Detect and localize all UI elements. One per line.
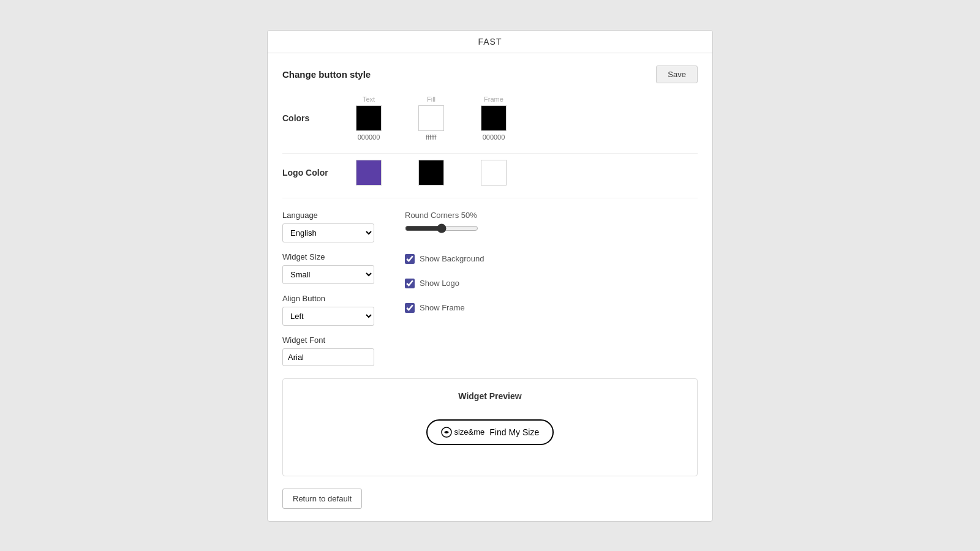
section-title: Change button style [282,69,371,80]
show-frame-item: Show Frame [405,303,484,313]
fill-color-group: Fill ffffff [418,96,444,141]
align-button-select[interactable]: Left Center Right [282,307,374,326]
align-button-label: Align Button [282,294,380,303]
show-frame-checkbox[interactable] [405,303,415,313]
size-me-logo-icon: size&me [441,427,484,438]
frame-color-swatch[interactable] [481,105,507,131]
app-window: FAST Change button style Save Colors Tex… [267,30,713,522]
settings-grid: Language English French German Spanish W… [282,211,698,366]
app-title: FAST [268,31,712,53]
frame-color-group: Frame 000000 [481,96,507,141]
text-color-group: Text 000000 [356,96,382,141]
fill-color-swatch[interactable] [418,105,444,131]
section-header: Change button style Save [282,66,698,83]
brand-name: size&me [454,427,484,437]
logo-color-3-swatch[interactable] [481,160,507,186]
show-logo-checkbox[interactable] [405,279,415,288]
logo-color-2-group [418,160,444,186]
app-content: Change button style Save Colors Text 000… [268,53,712,521]
fill-color-value: ffffff [426,133,436,141]
find-size-label: Find My Size [489,427,539,437]
logo-color-section: Logo Color [282,160,698,198]
text-color-label: Text [363,96,375,103]
logo-color-1-swatch[interactable] [356,160,382,186]
show-background-checkbox[interactable] [405,254,415,264]
widget-preview-title: Widget Preview [458,391,521,401]
widget-size-field: Widget Size Small Medium Large [282,252,380,284]
language-select[interactable]: English French German Spanish [282,223,374,242]
frame-color-label: Frame [484,96,503,103]
language-label: Language [282,211,380,220]
widget-font-field: Widget Font [282,335,380,366]
round-corners-label: Round Corners 50% [405,211,484,220]
widget-size-select[interactable]: Small Medium Large [282,265,374,284]
save-button[interactable]: Save [656,66,698,83]
fill-color-label: Fill [427,96,435,103]
settings-left: Language English French German Spanish W… [282,211,380,366]
return-to-default-button[interactable]: Return to default [282,489,362,509]
logo-color-label: Logo Color [282,168,356,178]
show-frame-label[interactable]: Show Frame [420,303,465,312]
show-logo-label[interactable]: Show Logo [420,279,459,288]
logo-color-3-group [481,160,507,186]
widget-font-label: Widget Font [282,335,380,345]
text-color-value: 000000 [358,133,380,141]
align-button-field: Align Button Left Center Right [282,294,380,326]
frame-color-value: 000000 [483,133,505,141]
show-logo-item: Show Logo [405,279,484,288]
round-corners-slider[interactable] [405,223,478,233]
text-color-swatch[interactable] [356,105,382,131]
logo-color-2-swatch[interactable] [418,160,444,186]
language-field: Language English French German Spanish [282,211,380,242]
color-swatches: Text 000000 Fill ffffff Frame 000000 [356,96,698,141]
colors-label: Colors [282,113,356,123]
show-background-label[interactable]: Show Background [420,254,484,263]
round-corners-section: Round Corners 50% [405,211,484,233]
widget-preview-button[interactable]: size&me Find My Size [426,419,554,445]
colors-section: Colors Text 000000 Fill ffffff Frame 000… [282,96,698,154]
widget-preview: Widget Preview size&me Find My Size [282,378,698,476]
logo-color-1-group [356,160,382,186]
widget-font-input[interactable] [282,348,374,366]
settings-right: Round Corners 50% Show Background Show L… [405,211,484,366]
logo-color-swatches [356,160,698,186]
slider-container [405,223,484,233]
checkbox-group: Show Background Show Logo Show Frame [405,239,484,313]
widget-size-label: Widget Size [282,252,380,261]
show-background-item: Show Background [405,254,484,264]
